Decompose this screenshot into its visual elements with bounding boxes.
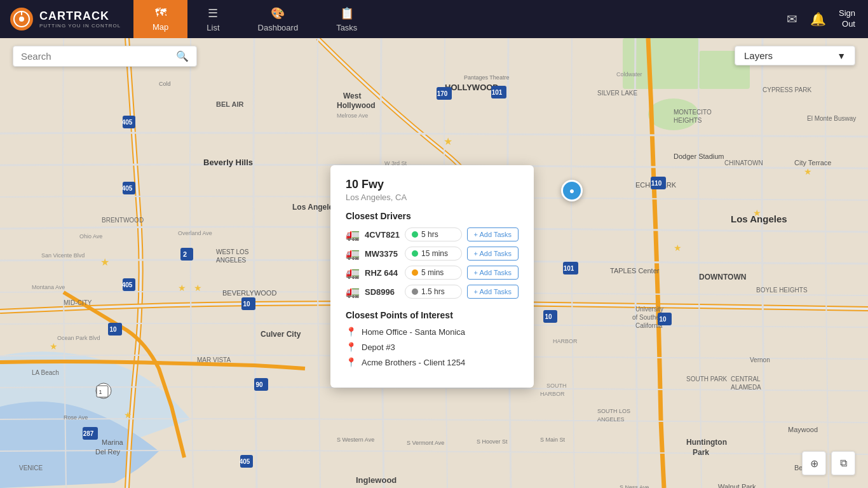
map-location-marker[interactable]: ● <box>561 180 583 201</box>
svg-text:S Ness Ave: S Ness Ave <box>620 484 649 488</box>
svg-text:Culver City: Culver City <box>261 330 301 339</box>
mail-icon-button[interactable]: ✉ <box>787 11 797 27</box>
svg-text:2: 2 <box>183 250 187 258</box>
svg-text:Walnut Park: Walnut Park <box>718 483 756 488</box>
svg-text:El Monte Busway: El Monte Busway <box>807 115 856 122</box>
svg-text:HARBOR: HARBOR <box>540 391 565 397</box>
compass-button[interactable]: ⊕ <box>802 451 826 475</box>
nav-tab-map[interactable]: 🗺 Map <box>133 0 187 38</box>
svg-text:Del Rey: Del Rey <box>95 448 121 456</box>
svg-text:★: ★ <box>444 136 452 147</box>
svg-text:HEIGHTS: HEIGHTS <box>674 117 702 124</box>
svg-text:101: 101 <box>564 265 574 272</box>
map-nav-icon: 🗺 <box>155 6 166 20</box>
svg-text:10: 10 <box>659 316 667 323</box>
cartrack-logo-icon <box>10 8 33 30</box>
svg-text:10: 10 <box>545 313 552 320</box>
location-pin-icon: 📍 <box>346 327 356 337</box>
dashboard-nav-label: Dashboard <box>258 23 299 32</box>
svg-text:★: ★ <box>804 166 812 177</box>
layers-toggle-button[interactable]: ⧉ <box>831 451 855 475</box>
dashboard-nav-icon: 🎨 <box>271 6 285 20</box>
add-tasks-button[interactable]: + Add Tasks <box>467 285 519 299</box>
closest-poi-title: Closest Points of Interest <box>346 310 519 320</box>
svg-text:HARBOR: HARBOR <box>553 338 578 344</box>
bell-icon-button[interactable]: 🔔 <box>810 11 826 27</box>
svg-text:BRENTWOOD: BRENTWOOD <box>102 217 144 224</box>
nav-tab-tasks[interactable]: 📋 Tasks <box>317 0 376 38</box>
svg-text:MID-CITY: MID-CITY <box>64 299 92 306</box>
svg-text:SOUTH PARK: SOUTH PARK <box>686 376 728 383</box>
search-box: 🔍 <box>13 46 197 67</box>
poi-row: 📍 Depot #3 <box>346 342 519 352</box>
svg-text:Rose Ave: Rose Ave <box>64 414 88 421</box>
svg-text:S Vermont Ave: S Vermont Ave <box>407 440 444 446</box>
logo-main-text: CARTRACK <box>39 10 121 23</box>
svg-text:Park: Park <box>693 448 709 457</box>
tasks-nav-label: Tasks <box>336 23 357 32</box>
svg-text:1: 1 <box>98 389 102 395</box>
nav-tabs: 🗺 Map ☰ List 🎨 Dashboard 📋 Tasks <box>133 0 774 38</box>
svg-text:BEVERLYWOOD: BEVERLYWOOD <box>222 289 276 297</box>
svg-text:★: ★ <box>753 208 761 218</box>
svg-text:ANGELES: ANGELES <box>597 416 625 423</box>
driver-status-pill: 15 mins <box>405 247 462 261</box>
layers-label: Layers <box>744 50 773 61</box>
truck-icon: 🚛 <box>346 227 360 241</box>
add-tasks-button[interactable]: + Add Tasks <box>467 266 519 280</box>
svg-text:Montana Ave: Montana Ave <box>32 284 65 290</box>
list-nav-icon: ☰ <box>208 6 218 20</box>
layers-dropdown[interactable]: Layers ▼ <box>735 46 855 65</box>
driver-time: 1.5 hrs <box>421 287 445 296</box>
svg-text:10: 10 <box>109 326 117 333</box>
svg-text:405: 405 <box>122 185 133 192</box>
search-input[interactable] <box>21 51 176 62</box>
driver-id: MW3375 <box>365 249 400 259</box>
svg-text:Pantages Theatre: Pantages Theatre <box>464 74 509 81</box>
svg-text:★: ★ <box>178 283 186 293</box>
svg-text:City Terrace: City Terrace <box>794 159 831 166</box>
truck-icon: 🚛 <box>346 266 360 280</box>
svg-text:Dodger Stadium: Dodger Stadium <box>674 152 724 160</box>
svg-text:★: ★ <box>124 410 132 420</box>
svg-text:Overland Ave: Overland Ave <box>178 230 212 236</box>
nav-right: ✉ 🔔 SignOut <box>774 8 868 30</box>
svg-text:DOWNTOWN: DOWNTOWN <box>699 273 746 281</box>
svg-text:LA Beach: LA Beach <box>32 369 59 376</box>
svg-text:101: 101 <box>492 89 503 96</box>
svg-text:★: ★ <box>50 341 58 351</box>
driver-row: 🚛 4CVT821 5 hrs + Add Tasks <box>346 227 519 241</box>
svg-text:CYPRESS PARK: CYPRESS PARK <box>763 86 811 93</box>
svg-text:170: 170 <box>437 90 448 97</box>
svg-text:Melrose Ave: Melrose Ave <box>337 112 368 119</box>
poi-row: 📍 Acme Brothers - Client 1254 <box>346 357 519 367</box>
search-icon[interactable]: 🔍 <box>176 50 189 62</box>
svg-point-2 <box>19 17 24 22</box>
svg-text:405: 405 <box>122 281 133 288</box>
svg-text:MAR VISTA: MAR VISTA <box>197 356 231 363</box>
status-dot-icon <box>412 231 418 238</box>
svg-text:10: 10 <box>243 301 250 308</box>
logo-text: CARTRACK PUTTING YOU IN CONTROL <box>39 10 121 29</box>
map-nav-label: Map <box>153 22 168 32</box>
popup-title: 10 Fwy <box>346 178 519 191</box>
svg-text:HOLLYWOOD: HOLLYWOOD <box>445 83 499 92</box>
svg-text:★: ★ <box>674 243 682 253</box>
status-dot-icon <box>412 288 418 295</box>
nav-tab-dashboard[interactable]: 🎨 Dashboard <box>239 0 318 38</box>
svg-text:Inglewood: Inglewood <box>356 475 397 485</box>
svg-text:Huntington: Huntington <box>686 438 727 447</box>
svg-text:Ocean Park Blvd: Ocean Park Blvd <box>57 335 100 341</box>
truck-icon: 🚛 <box>346 247 360 261</box>
svg-text:Marina: Marina <box>102 438 124 446</box>
driver-id: 4CVT821 <box>365 230 400 240</box>
svg-text:CENTRAL: CENTRAL <box>731 376 761 383</box>
add-tasks-button[interactable]: + Add Tasks <box>467 247 519 261</box>
nav-tab-list[interactable]: ☰ List <box>187 0 238 38</box>
svg-text:BOYLE HEIGHTS: BOYLE HEIGHTS <box>756 287 808 294</box>
sign-out-button[interactable]: SignOut <box>839 8 855 30</box>
status-dot-icon <box>412 250 418 257</box>
poi-list: 📍 Home Office - Santa Monica 📍 Depot #3 … <box>346 327 519 367</box>
svg-text:Cold: Cold <box>159 81 171 87</box>
add-tasks-button[interactable]: + Add Tasks <box>467 227 519 241</box>
